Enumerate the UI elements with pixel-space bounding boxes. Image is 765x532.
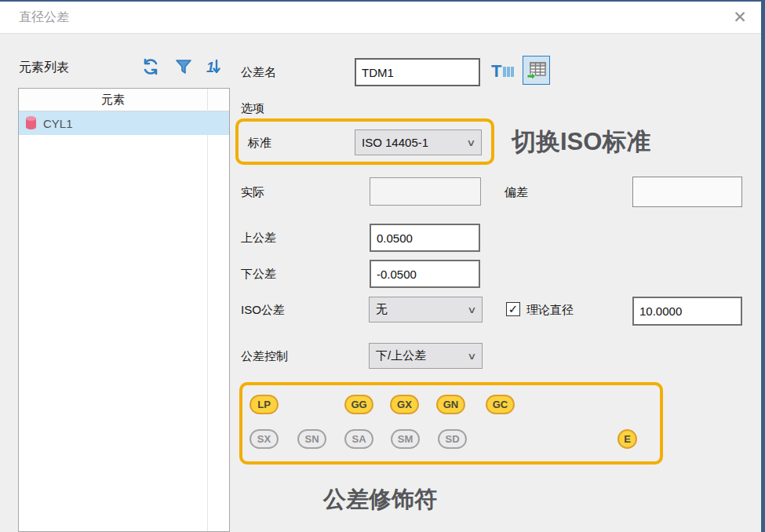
refresh-icon[interactable] xyxy=(140,56,161,77)
column-divider xyxy=(207,89,208,531)
tolerance-control-value: 下/上公差 xyxy=(376,348,426,363)
cylinder-icon xyxy=(24,115,38,131)
deviation-label: 偏差 xyxy=(505,185,528,200)
modifier-gc-button[interactable]: GC xyxy=(486,395,515,414)
window-border-top xyxy=(0,0,765,2)
svg-text:1: 1 xyxy=(206,60,214,75)
actual-input xyxy=(370,177,481,206)
element-list-title: 元素列表 xyxy=(19,60,69,76)
list-item-label: CYL1 xyxy=(43,117,73,130)
standard-dropdown[interactable]: ISO 14405-1 ∨ xyxy=(355,129,482,155)
element-column-header: 元素 xyxy=(19,93,207,107)
modifier-gx-button[interactable]: GX xyxy=(390,395,419,414)
chevron-down-icon: ∨ xyxy=(467,351,476,362)
dialog-title: 直径公差 xyxy=(19,9,69,26)
tolerance-control-dropdown[interactable]: 下/上公差 ∨ xyxy=(369,343,483,369)
modifier-sd-button[interactable]: SD xyxy=(438,429,467,449)
theoretical-diameter-label: 理论直径 xyxy=(526,303,574,318)
modifier-lp-button[interactable]: LP xyxy=(250,395,279,414)
lower-tolerance-input[interactable]: -0.0500 xyxy=(370,260,480,288)
window-border-right xyxy=(761,0,765,532)
add-to-report-icon[interactable] xyxy=(523,56,550,85)
deviation-input xyxy=(632,177,742,207)
tolerance-control-label: 公差控制 xyxy=(241,349,288,364)
upper-tolerance-label: 上公差 xyxy=(241,231,276,246)
element-list: 元素 CYL1 xyxy=(18,88,230,532)
chevron-down-icon: ∨ xyxy=(467,304,476,315)
actual-label: 实际 xyxy=(241,185,264,200)
modifier-gg-button[interactable]: GG xyxy=(344,395,373,414)
iso-tolerance-value: 无 xyxy=(376,302,388,317)
options-label: 选项 xyxy=(241,101,264,116)
theoretical-diameter-checkbox[interactable]: ✓ xyxy=(506,302,520,316)
standard-value: ISO 14405-1 xyxy=(362,136,428,149)
filter-icon[interactable] xyxy=(173,56,194,77)
modifier-sn-button[interactable]: SN xyxy=(297,429,326,449)
tolerance-name-input[interactable]: TDM1 xyxy=(355,58,480,86)
modifier-sx-button[interactable]: SX xyxy=(250,429,279,449)
modifier-gn-button[interactable]: GN xyxy=(436,395,465,414)
element-list-header: 元素 xyxy=(19,89,229,111)
modifier-sa-button[interactable]: SA xyxy=(344,429,373,449)
tolerance-name-label: 公差名 xyxy=(241,65,276,80)
chevron-down-icon: ∨ xyxy=(466,137,475,148)
modifier-envelope-button[interactable]: E xyxy=(617,429,637,449)
theoretical-diameter-input[interactable]: 10.0000 xyxy=(632,297,742,326)
modifiers-annotation: 公差修饰符 xyxy=(323,484,437,516)
list-item-cyl1[interactable]: CYL1 xyxy=(19,111,229,135)
upper-tolerance-input[interactable]: 0.0500 xyxy=(370,224,480,252)
text-columns-icon[interactable]: T xyxy=(491,60,515,82)
diameter-tolerance-dialog: 直径公差 ✕ 元素列表 1 元素 xyxy=(0,0,765,532)
modifier-sm-button[interactable]: SM xyxy=(391,429,420,449)
lower-tolerance-label: 下公差 xyxy=(241,267,276,282)
iso-tolerance-label: ISO公差 xyxy=(241,303,285,318)
titlebar: 直径公差 ✕ xyxy=(0,0,765,34)
svg-text:T: T xyxy=(491,61,502,81)
standard-label: 标准 xyxy=(248,136,271,151)
close-icon[interactable]: ✕ xyxy=(727,5,753,30)
sort-icon[interactable]: 1 xyxy=(203,56,224,77)
standard-annotation: 切换ISO标准 xyxy=(512,126,650,159)
iso-tolerance-dropdown[interactable]: 无 ∨ xyxy=(369,297,483,322)
